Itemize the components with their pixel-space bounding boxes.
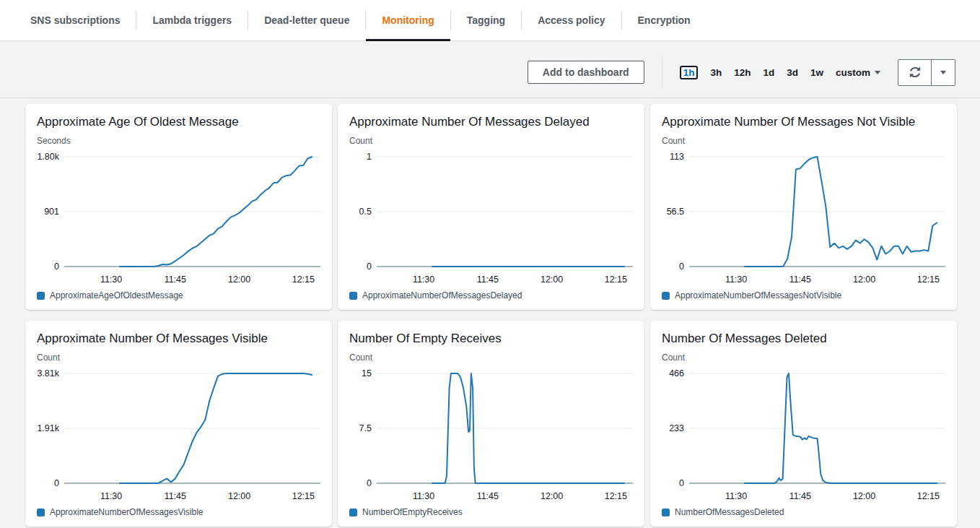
svg-text:233: 233 (669, 423, 684, 433)
svg-text:12:15: 12:15 (605, 274, 627, 285)
y-axis-unit-label: Count (349, 352, 633, 363)
chart-title: Number Of Empty Receives (349, 330, 633, 347)
svg-text:11:30: 11:30 (725, 491, 747, 501)
y-axis-unit-label: Count (349, 136, 633, 146)
svg-text:12:15: 12:15 (292, 491, 315, 501)
line-chart[interactable]: 466233011:3011:4512:0012:15 (662, 366, 945, 505)
line-chart[interactable]: 3.81k1.91k011:3011:4512:0012:15 (37, 366, 320, 505)
svg-text:0: 0 (367, 261, 372, 272)
legend-label: NumberOfEmptyReceives (362, 507, 463, 517)
chevron-down-icon (940, 71, 946, 74)
svg-text:901: 901 (44, 207, 59, 217)
svg-text:0: 0 (54, 478, 59, 488)
chart-card-empty-receives: Number Of Empty Receives Count 157.5011:… (338, 321, 644, 527)
chart-card-messages-deleted: Number Of Messages Deleted Count 4662330… (650, 321, 957, 527)
line-chart[interactable]: 1.80k901011:3011:4512:0012:15 (37, 150, 320, 288)
time-range-custom[interactable]: custom (836, 67, 880, 78)
legend-label: ApproximateNumberOfMessagesDelayed (362, 290, 522, 300)
svg-text:11:45: 11:45 (477, 274, 499, 285)
chart-title: Approximate Number Of Messages Visible (37, 330, 320, 347)
y-axis-unit-label: Count (662, 136, 945, 146)
y-axis-unit-label: Count (662, 352, 945, 363)
chart-legend[interactable]: NumberOfEmptyReceives (349, 507, 633, 517)
svg-text:0: 0 (679, 261, 684, 272)
legend-label: ApproximateAgeOfOldestMessage (50, 290, 183, 300)
legend-color-swatch (37, 292, 45, 300)
time-range-1d[interactable]: 1d (763, 67, 774, 78)
chart-title: Approximate Age Of Oldest Message (37, 113, 320, 131)
svg-text:11:45: 11:45 (789, 274, 811, 285)
svg-text:7.5: 7.5 (359, 423, 372, 433)
svg-text:11:30: 11:30 (100, 274, 122, 285)
svg-text:12:15: 12:15 (605, 491, 627, 501)
svg-text:56.5: 56.5 (667, 207, 684, 217)
legend-color-swatch (662, 292, 670, 300)
svg-text:11:45: 11:45 (165, 274, 186, 285)
add-to-dashboard-button[interactable]: Add to dashboard (528, 61, 644, 84)
toolbar-separator (662, 57, 662, 87)
svg-text:11:30: 11:30 (100, 491, 122, 501)
svg-text:12:00: 12:00 (853, 491, 875, 501)
svg-text:1.80k: 1.80k (37, 152, 59, 162)
svg-text:466: 466 (669, 368, 684, 378)
chart-card-messages-delayed: Approximate Number Of Messages Delayed C… (338, 104, 644, 310)
tab-encryption[interactable]: Encryption (622, 0, 706, 40)
metrics-grid: Approximate Age Of Oldest Message Second… (0, 98, 980, 528)
svg-text:12:00: 12:00 (541, 274, 563, 285)
svg-text:12:00: 12:00 (228, 274, 250, 285)
svg-text:15: 15 (362, 368, 372, 378)
line-chart[interactable]: 11356.5011:3011:4512:0012:15 (662, 150, 945, 288)
tab-dead-letter-queue[interactable]: Dead-letter queue (248, 0, 365, 40)
svg-text:0: 0 (54, 261, 59, 272)
chart-card-messages-visible: Approximate Number Of Messages Visible C… (25, 321, 332, 527)
chart-title: Approximate Number Of Messages Not Visib… (662, 113, 945, 131)
svg-text:12:00: 12:00 (228, 491, 250, 501)
monitoring-toolbar: Add to dashboard 1h 3h 12h 1d 3d 1w cust… (0, 41, 980, 98)
time-range-3h[interactable]: 3h (710, 67, 722, 78)
svg-text:3.81k: 3.81k (37, 368, 59, 378)
tab-tagging[interactable]: Tagging (451, 0, 521, 40)
tab-access-policy[interactable]: Access policy (522, 0, 621, 40)
time-range-1h[interactable]: 1h (680, 66, 699, 79)
svg-text:11:30: 11:30 (413, 491, 434, 501)
chart-legend[interactable]: ApproximateNumberOfMessagesNotVisible (662, 290, 945, 300)
svg-text:12:00: 12:00 (541, 491, 563, 501)
svg-text:0: 0 (679, 478, 684, 488)
svg-text:113: 113 (670, 152, 684, 162)
line-chart[interactable]: 157.5011:3011:4512:0012:15 (349, 366, 633, 505)
refresh-options-button[interactable] (932, 59, 955, 86)
chart-legend[interactable]: ApproximateNumberOfMessagesVisible (37, 507, 320, 517)
chart-card-age-of-oldest-message: Approximate Age Of Oldest Message Second… (25, 104, 332, 310)
refresh-button[interactable] (898, 59, 932, 86)
legend-color-swatch (662, 508, 670, 516)
legend-color-swatch (37, 508, 45, 516)
svg-text:11:30: 11:30 (413, 274, 434, 285)
svg-text:1.91k: 1.91k (37, 423, 59, 433)
line-chart[interactable]: 10.5011:3011:4512:0012:15 (349, 150, 633, 288)
legend-color-swatch (349, 292, 357, 300)
legend-label: NumberOfMessagesDeleted (675, 507, 784, 517)
svg-text:0.5: 0.5 (359, 207, 372, 217)
chart-card-messages-not-visible: Approximate Number Of Messages Not Visib… (650, 104, 957, 310)
time-range-3d[interactable]: 3d (787, 67, 798, 78)
tab-sns-subscriptions[interactable]: SNS subscriptions (14, 0, 136, 40)
chart-legend[interactable]: ApproximateAgeOfOldestMessage (37, 290, 320, 300)
legend-label: ApproximateNumberOfMessagesNotVisible (675, 290, 841, 300)
time-range-12h[interactable]: 12h (734, 67, 751, 78)
svg-text:12:15: 12:15 (292, 274, 315, 285)
y-axis-unit-label: Count (37, 352, 320, 363)
svg-text:12:00: 12:00 (853, 274, 875, 285)
queue-detail-tabs: SNS subscriptions Lambda triggers Dead-l… (0, 0, 980, 41)
time-range-1w[interactable]: 1w (810, 67, 823, 78)
tab-lambda-triggers[interactable]: Lambda triggers (136, 0, 248, 40)
chart-legend[interactable]: NumberOfMessagesDeleted (662, 507, 945, 517)
chart-legend[interactable]: ApproximateNumberOfMessagesDelayed (349, 290, 633, 300)
refresh-icon (909, 66, 922, 79)
chart-title: Number Of Messages Deleted (662, 330, 945, 347)
svg-text:11:45: 11:45 (477, 491, 499, 501)
svg-text:11:30: 11:30 (725, 274, 747, 285)
svg-text:12:15: 12:15 (917, 274, 940, 285)
tab-monitoring[interactable]: Monitoring (366, 0, 450, 40)
svg-text:11:45: 11:45 (165, 491, 186, 501)
svg-text:12:15: 12:15 (917, 491, 940, 501)
